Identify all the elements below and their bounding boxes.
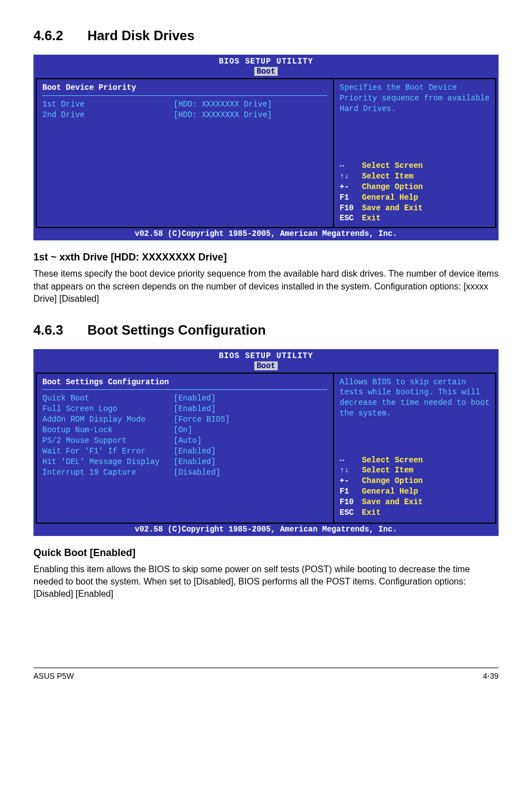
page-footer: ASUS P5W 4-39 bbox=[33, 668, 499, 680]
setting-value: [HDD: XXXXXXXX Drive] bbox=[173, 100, 272, 109]
nav-key: ↔ bbox=[340, 455, 362, 466]
nav-key: F10 bbox=[340, 497, 362, 508]
bios-nav-row: F1General Help bbox=[340, 192, 490, 203]
bios-screenshot-hdd: BIOS SETUP UTILITY Boot Boot Device Prio… bbox=[33, 55, 499, 240]
setting-value: [Enabled] bbox=[173, 404, 216, 413]
sub-heading-1st-drive: 1st ~ xxth Drive [HDD: XXXXXXXX Drive] bbox=[33, 252, 499, 263]
nav-key: F1 bbox=[340, 192, 362, 203]
nav-desc: General Help bbox=[362, 193, 418, 202]
nav-desc: Change Option bbox=[362, 182, 423, 191]
bios-tab-bar: Boot bbox=[36, 361, 496, 373]
setting-label: 1st Drive bbox=[42, 100, 173, 109]
bios-footer: v02.58 (C)Copyright 1985-2005, American … bbox=[36, 228, 496, 238]
bios-setting-row: 1st Drive [HDD: XXXXXXXX Drive] bbox=[42, 99, 327, 110]
bios-nav-row: F10Save and Exit bbox=[340, 497, 490, 508]
body-text-1st-drive: These items specify the boot device prio… bbox=[33, 268, 499, 305]
setting-label: PS/2 Mouse Support bbox=[42, 436, 173, 445]
setting-value: [Enabled] bbox=[173, 457, 216, 466]
bios-tab-boot: Boot bbox=[254, 67, 278, 76]
bios-setting-row: Full Screen Logo [Enabled] bbox=[42, 404, 327, 414]
setting-label: Full Screen Logo bbox=[42, 404, 173, 413]
bios-title: BIOS SETUP UTILITY bbox=[36, 57, 496, 67]
bios-nav-row: F10Save and Exit bbox=[340, 203, 490, 214]
nav-desc: Save and Exit bbox=[362, 204, 423, 212]
panel-heading: Boot Device Priority bbox=[42, 83, 327, 93]
setting-label: AddOn ROM Display Mode bbox=[42, 415, 173, 424]
bios-nav-row: F1General Help bbox=[340, 486, 490, 497]
nav-key: F1 bbox=[340, 486, 362, 497]
sub-heading-quick-boot: Quick Boot [Enabled] bbox=[33, 547, 499, 559]
section-title: Boot Settings Configuration bbox=[88, 322, 266, 337]
setting-label: Wait For 'F1' If Error bbox=[42, 447, 173, 456]
nav-desc: Select Screen bbox=[362, 161, 423, 170]
setting-label: 2nd Drive bbox=[42, 110, 173, 119]
nav-desc: Exit bbox=[362, 508, 381, 517]
bios-nav-row: +-Change Option bbox=[340, 476, 490, 486]
panel-rule bbox=[42, 95, 327, 96]
setting-value: [On] bbox=[173, 426, 192, 434]
nav-key: +- bbox=[340, 182, 362, 192]
section-heading-462: 4.6.2 Hard Disk Drives bbox=[33, 28, 499, 44]
bios-nav-row: ↔Select Screen bbox=[340, 161, 490, 171]
bios-nav-row: ESCExit bbox=[340, 213, 490, 224]
nav-key: ESC bbox=[340, 213, 362, 224]
panel-heading: Boot Settings Configuration bbox=[42, 377, 327, 388]
setting-value: [Disabled] bbox=[173, 468, 220, 477]
nav-key: F10 bbox=[340, 203, 362, 214]
nav-key: ↔ bbox=[340, 161, 362, 171]
setting-value: [Force BIOS] bbox=[173, 415, 230, 424]
setting-value: [Auto] bbox=[173, 436, 201, 445]
nav-desc: General Help bbox=[362, 487, 418, 496]
bios-screenshot-boot-settings: BIOS SETUP UTILITY Boot Boot Settings Co… bbox=[33, 349, 499, 536]
bios-nav-row: ↑↓Select Item bbox=[340, 171, 490, 182]
bios-setting-row: PS/2 Mouse Support [Auto] bbox=[42, 436, 327, 446]
bios-setting-row: 2nd Drive [HDD: XXXXXXXX Drive] bbox=[42, 110, 327, 120]
nav-desc: Select Screen bbox=[362, 456, 423, 465]
section-number: 4.6.3 bbox=[33, 322, 84, 338]
nav-desc: Save and Exit bbox=[362, 497, 423, 506]
section-title: Hard Disk Drives bbox=[88, 28, 195, 43]
setting-label: Quick Boot bbox=[42, 394, 173, 403]
footer-left: ASUS P5W bbox=[33, 671, 74, 680]
setting-label: Interrupt 19 Capture bbox=[42, 468, 173, 477]
bios-setting-row: Quick Boot [Enabled] bbox=[42, 393, 327, 404]
nav-key: ↑↓ bbox=[340, 171, 362, 182]
bios-tab-boot: Boot bbox=[254, 361, 278, 370]
bios-nav-row: ↔Select Screen bbox=[340, 455, 490, 466]
bios-help-text: Specifies the Boot Device Priority seque… bbox=[340, 83, 490, 161]
bios-right-panel: Allows BIOS to skip certain tests while … bbox=[334, 373, 496, 524]
nav-desc: Exit bbox=[362, 214, 381, 223]
bios-nav-row: ESCExit bbox=[340, 508, 490, 518]
bios-setting-row: Hit 'DEL' Message Display [Enabled] bbox=[42, 457, 327, 467]
setting-label: Hit 'DEL' Message Display bbox=[42, 457, 173, 466]
footer-right: 4-39 bbox=[483, 671, 499, 680]
bios-nav-row: +-Change Option bbox=[340, 182, 490, 192]
nav-key: +- bbox=[340, 476, 362, 486]
bios-help-text: Allows BIOS to skip certain tests while … bbox=[340, 377, 490, 455]
panel-rule bbox=[42, 389, 327, 390]
setting-value: [Enabled] bbox=[173, 394, 216, 403]
nav-desc: Change Option bbox=[362, 476, 423, 485]
nav-key: ESC bbox=[340, 508, 362, 518]
bios-title: BIOS SETUP UTILITY bbox=[36, 351, 496, 361]
bios-right-panel: Specifies the Boot Device Priority seque… bbox=[334, 78, 496, 228]
bios-setting-row: AddOn ROM Display Mode [Force BIOS] bbox=[42, 414, 327, 425]
setting-value: [Enabled] bbox=[173, 447, 216, 456]
section-number: 4.6.2 bbox=[33, 28, 84, 44]
nav-desc: Select Item bbox=[362, 172, 413, 181]
nav-key: ↑↓ bbox=[340, 465, 362, 476]
bios-nav-row: ↑↓Select Item bbox=[340, 465, 490, 476]
nav-desc: Select Item bbox=[362, 466, 413, 475]
bios-left-panel: Boot Device Priority 1st Drive [HDD: XXX… bbox=[36, 78, 334, 228]
bios-left-panel: Boot Settings Configuration Quick Boot [… bbox=[36, 373, 334, 524]
bios-footer: v02.58 (C)Copyright 1985-2005, American … bbox=[36, 524, 496, 534]
bios-tab-bar: Boot bbox=[36, 67, 496, 78]
bios-setting-row: Bootup Num-Lock [On] bbox=[42, 425, 327, 436]
bios-setting-row: Interrupt 19 Capture [Disabled] bbox=[42, 467, 327, 478]
body-text-quick-boot: Enabling this item allows the BIOS to sk… bbox=[33, 563, 499, 601]
bios-setting-row: Wait For 'F1' If Error [Enabled] bbox=[42, 446, 327, 457]
setting-value: [HDD: XXXXXXXX Drive] bbox=[173, 110, 272, 119]
section-heading-463: 4.6.3 Boot Settings Configuration bbox=[33, 322, 499, 338]
setting-label: Bootup Num-Lock bbox=[42, 426, 173, 434]
